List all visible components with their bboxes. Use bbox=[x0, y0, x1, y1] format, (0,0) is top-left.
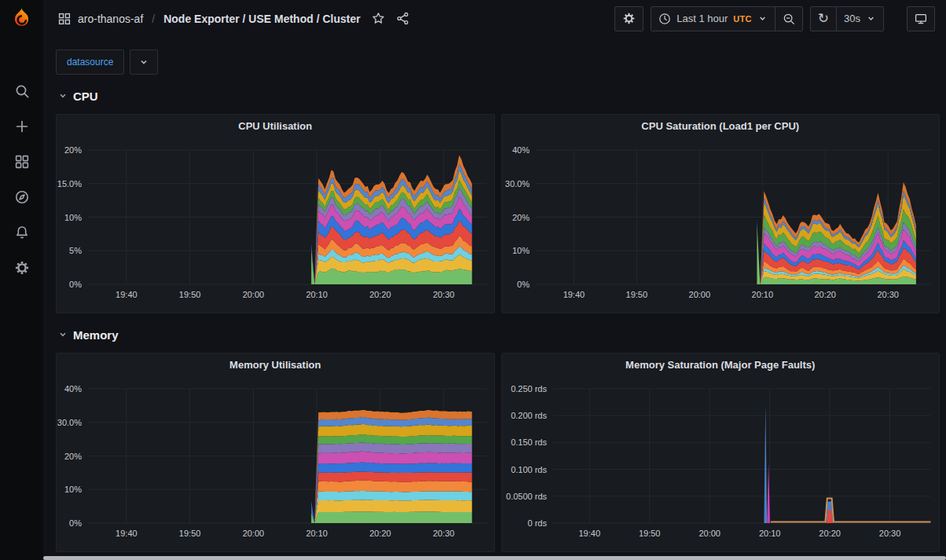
sidebar bbox=[0, 0, 43, 560]
grafana-app: aro-thanos-af / Node Exporter / USE Meth… bbox=[0, 0, 946, 560]
horizontal-scrollbar[interactable] bbox=[43, 556, 946, 560]
plus-icon[interactable] bbox=[14, 119, 30, 134]
svg-text:20:00: 20:00 bbox=[698, 529, 720, 538]
section-title: CPU bbox=[73, 90, 98, 103]
svg-text:20%: 20% bbox=[64, 452, 82, 461]
breadcrumb: aro-thanos-af / Node Exporter / USE Meth… bbox=[58, 13, 361, 25]
star-icon[interactable] bbox=[372, 12, 385, 25]
time-picker-group: Last 1 hour UTC bbox=[651, 6, 803, 31]
svg-text:19:40: 19:40 bbox=[563, 290, 585, 299]
svg-text:20:20: 20:20 bbox=[369, 529, 391, 538]
svg-text:19:40: 19:40 bbox=[116, 529, 138, 538]
svg-text:5%: 5% bbox=[69, 246, 82, 255]
svg-text:0.0500 rds: 0.0500 rds bbox=[506, 492, 547, 501]
svg-text:20:20: 20:20 bbox=[369, 290, 391, 299]
refresh-interval-label: 30s bbox=[844, 13, 860, 24]
cpu-saturation-chart[interactable]: 0%10%20%30.0%40%19:4019:5020:0020:1020:2… bbox=[502, 115, 940, 313]
chevron-down-icon bbox=[138, 57, 149, 68]
svg-text:20:10: 20:10 bbox=[751, 290, 773, 299]
panel-cpu-utilisation: CPU Utilisation 0%5%10%15.0%20%19:4019:5… bbox=[56, 114, 495, 313]
svg-text:20:00: 20:00 bbox=[243, 290, 265, 299]
refresh-group: ↻ 30s bbox=[810, 6, 884, 31]
svg-text:19:40: 19:40 bbox=[578, 529, 600, 538]
svg-text:20:10: 20:10 bbox=[306, 290, 328, 299]
chevron-down-icon bbox=[866, 13, 876, 24]
breadcrumb-team[interactable]: aro-thanos-af bbox=[78, 13, 143, 25]
section-title: Memory bbox=[73, 328, 119, 342]
svg-text:20:30: 20:30 bbox=[433, 290, 455, 299]
chevron-down-icon bbox=[58, 91, 68, 101]
explore-compass-icon[interactable] bbox=[14, 189, 30, 205]
submenu: datasource bbox=[56, 49, 940, 75]
apps-grid-icon bbox=[58, 13, 71, 25]
sidebar-nav bbox=[14, 83, 30, 276]
top-navbar: aro-thanos-af / Node Exporter / USE Meth… bbox=[43, 0, 946, 37]
settings-gear-icon[interactable] bbox=[14, 260, 30, 276]
timezone-label: UTC bbox=[733, 14, 752, 24]
memory-panels-row: Memory Utilisation 0%10%20%30.0%40%19:40… bbox=[56, 353, 940, 552]
datasource-dropdown-button[interactable] bbox=[130, 49, 158, 75]
svg-text:20:20: 20:20 bbox=[819, 529, 841, 538]
zoom-out-button[interactable] bbox=[775, 7, 802, 31]
time-range-picker[interactable]: Last 1 hour UTC bbox=[651, 7, 775, 31]
refresh-button[interactable]: ↻ bbox=[811, 7, 836, 31]
svg-text:0 rds: 0 rds bbox=[527, 518, 547, 528]
dashboard-settings-button[interactable] bbox=[614, 6, 644, 31]
main-area: aro-thanos-af / Node Exporter / USE Meth… bbox=[43, 0, 946, 560]
svg-text:20%: 20% bbox=[64, 145, 82, 155]
svg-text:0.200 rds: 0.200 rds bbox=[511, 411, 547, 420]
svg-text:10%: 10% bbox=[64, 213, 82, 222]
svg-text:20:10: 20:10 bbox=[306, 529, 328, 538]
navbar-actions: Last 1 hour UTC ↻ 30s bbox=[614, 6, 935, 31]
svg-text:30.0%: 30.0% bbox=[504, 179, 529, 188]
refresh-icon: ↻ bbox=[818, 12, 829, 25]
chevron-down-icon bbox=[58, 330, 68, 339]
panel-memory-saturation: Memory Saturation (Major Page Faults) 0 … bbox=[501, 353, 940, 552]
svg-text:40%: 40% bbox=[512, 145, 529, 155]
svg-text:20:20: 20:20 bbox=[814, 290, 836, 299]
svg-text:0.100 rds: 0.100 rds bbox=[511, 465, 547, 474]
svg-text:0.150 rds: 0.150 rds bbox=[511, 437, 547, 447]
svg-text:19:40: 19:40 bbox=[116, 290, 138, 299]
section-header-memory[interactable]: Memory bbox=[58, 328, 940, 342]
cpu-panels-row: CPU Utilisation 0%5%10%15.0%20%19:4019:5… bbox=[56, 114, 940, 313]
svg-text:20:00: 20:00 bbox=[688, 290, 710, 299]
datasource-button[interactable]: datasource bbox=[56, 49, 124, 75]
dashboard-content: datasource CPU CPU Utilisation 0%5%10%15… bbox=[43, 37, 946, 560]
svg-text:15.0%: 15.0% bbox=[57, 179, 82, 188]
svg-text:19:50: 19:50 bbox=[638, 529, 660, 538]
alerting-bell-icon[interactable] bbox=[14, 225, 30, 240]
search-icon[interactable] bbox=[14, 83, 30, 99]
svg-text:0%: 0% bbox=[517, 280, 530, 289]
svg-text:20:30: 20:30 bbox=[877, 290, 899, 299]
refresh-interval-picker[interactable]: 30s bbox=[836, 7, 883, 31]
svg-text:30.0%: 30.0% bbox=[57, 418, 82, 427]
panel-cpu-saturation: CPU Saturation (Load1 per CPU) 0%10%20%3… bbox=[501, 114, 940, 313]
memory-saturation-chart[interactable]: 0 rds0.0500 rds0.100 rds0.150 rds0.200 r… bbox=[502, 353, 940, 551]
svg-text:20:00: 20:00 bbox=[243, 529, 265, 538]
svg-text:20:30: 20:30 bbox=[433, 529, 455, 538]
svg-text:19:50: 19:50 bbox=[179, 290, 201, 299]
svg-text:19:50: 19:50 bbox=[625, 290, 647, 299]
svg-text:20%: 20% bbox=[512, 213, 529, 222]
dashboards-icon[interactable] bbox=[14, 154, 30, 170]
grafana-logo[interactable] bbox=[9, 7, 34, 31]
svg-text:0.250 rds: 0.250 rds bbox=[511, 384, 547, 393]
svg-text:0%: 0% bbox=[69, 280, 82, 289]
breadcrumb-separator: / bbox=[150, 13, 156, 25]
memory-utilisation-chart[interactable]: 0%10%20%30.0%40%19:4019:5020:0020:1020:2… bbox=[57, 353, 494, 551]
panel-memory-utilisation: Memory Utilisation 0%10%20%30.0%40%19:40… bbox=[56, 353, 495, 552]
svg-text:20:10: 20:10 bbox=[758, 529, 780, 538]
breadcrumb-dashboard-title[interactable]: Node Exporter / USE Method / Cluster bbox=[163, 13, 360, 25]
tv-mode-button[interactable] bbox=[907, 6, 935, 31]
svg-text:10%: 10% bbox=[64, 485, 82, 494]
share-icon[interactable] bbox=[396, 12, 409, 25]
section-header-cpu[interactable]: CPU bbox=[58, 89, 940, 103]
svg-text:40%: 40% bbox=[64, 384, 82, 393]
svg-text:20:30: 20:30 bbox=[878, 529, 900, 538]
time-range-label: Last 1 hour bbox=[676, 13, 728, 24]
svg-text:10%: 10% bbox=[512, 246, 529, 255]
svg-text:0%: 0% bbox=[69, 518, 82, 528]
chevron-down-icon bbox=[757, 13, 768, 24]
cpu-utilisation-chart[interactable]: 0%5%10%15.0%20%19:4019:5020:0020:1020:20… bbox=[57, 115, 494, 313]
